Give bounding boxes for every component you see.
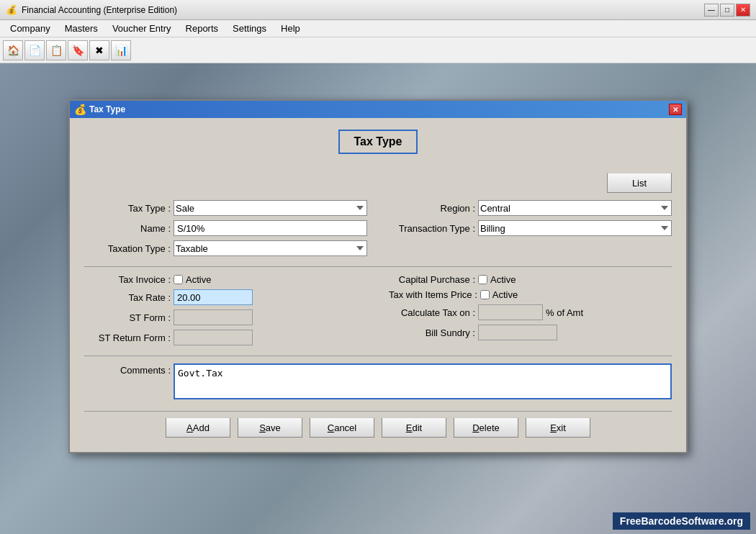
calculate-tax-on-row: Calculate Tax on : % of Amt: [389, 304, 672, 320]
menu-bar: Company Masters Voucher Entry Reports Se…: [0, 20, 756, 37]
tax-with-items-price-label: Tax with Items Price :: [389, 289, 477, 300]
tax-with-items-price-row: Tax with Items Price : Active: [389, 289, 672, 300]
tax-invoice-row: Tax Invoice : Active: [84, 274, 367, 285]
name-label: Name :: [84, 223, 171, 234]
maximize-button[interactable]: □: [720, 4, 734, 17]
menu-voucher-entry[interactable]: Voucher Entry: [105, 22, 179, 35]
calculate-tax-on-label: Calculate Tax on :: [389, 307, 475, 318]
save-underline: S: [259, 422, 266, 433]
toolbar-icon-2[interactable]: 📄: [24, 40, 45, 60]
name-row: Name :: [84, 220, 367, 236]
capital-purchase-checkbox[interactable]: [478, 275, 487, 284]
button-bar: AAdd Save Cancel Edit Delete Exit: [84, 411, 672, 440]
exit-underline: E: [550, 422, 557, 433]
menu-help[interactable]: Help: [274, 22, 307, 35]
bill-sundry-select[interactable]: [478, 325, 557, 340]
capital-purchase-row: Capital Purchase : Active: [389, 274, 672, 285]
add-button[interactable]: AAdd: [166, 417, 230, 438]
taxation-type-label: Taxation Type :: [84, 243, 171, 254]
tax-type-label: Tax Type :: [84, 203, 171, 214]
delete-underline: D: [472, 422, 479, 433]
bill-sundry-label: Bill Sundry :: [389, 327, 475, 338]
pct-label: % of Amt: [546, 307, 583, 318]
save-label: ave: [266, 422, 281, 433]
calculate-tax-on-input[interactable]: [478, 304, 543, 320]
toolbar-icon-3[interactable]: 📋: [46, 40, 66, 60]
transaction-type-select[interactable]: Billing Cash Credit: [478, 220, 672, 236]
separator-2: [84, 356, 672, 356]
app-title: Financial Accounting (Enterprise Edition…: [22, 5, 177, 15]
st-form-select[interactable]: [174, 309, 253, 325]
comments-label: Comments :: [84, 363, 171, 376]
transaction-type-label: Transaction Type :: [389, 223, 475, 234]
add-underline: A: [186, 422, 193, 433]
dialog-overlay: 💰 Tax Type ✕ Tax Type List Tax Type :: [0, 63, 756, 534]
delete-button[interactable]: Delete: [454, 417, 518, 438]
st-return-form-select[interactable]: [174, 330, 253, 345]
tax-with-items-price-checkbox[interactable]: [480, 290, 490, 299]
dialog-title-icon: 💰: [74, 104, 86, 115]
toolbar-icon-6[interactable]: 📊: [111, 40, 131, 60]
st-form-row: ST Form :: [84, 309, 367, 325]
list-button[interactable]: List: [607, 173, 672, 193]
exit-button[interactable]: Exit: [526, 417, 590, 438]
dialog-content: Tax Type List Tax Type : Sale Purchase S…: [70, 118, 686, 452]
taxation-type-row: Taxation Type : Taxable Non-Taxable Exem…: [84, 240, 367, 256]
separator-1: [84, 266, 672, 267]
tax-rate-input[interactable]: [174, 289, 253, 305]
dialog-title-bar: 💰 Tax Type ✕: [70, 101, 686, 118]
capital-purchase-active-label: Active: [490, 274, 516, 285]
capital-purchase-checkbox-row: Active: [478, 274, 516, 285]
dialog-title: Tax Type: [89, 104, 125, 114]
tax-with-items-checkbox-row: Active: [480, 289, 518, 300]
toolbar-icon-1[interactable]: 🏠: [3, 40, 23, 60]
st-return-form-row: ST Return Form :: [84, 330, 367, 345]
menu-masters[interactable]: Masters: [58, 22, 105, 35]
form-fields-top: Tax Type : Sale Purchase Service Name : …: [84, 200, 672, 256]
exit-label: xit: [557, 422, 566, 433]
cancel-label: ancel: [334, 422, 356, 433]
form-title: Tax Type: [338, 130, 418, 154]
comments-textarea[interactable]: Govt.Tax: [174, 363, 672, 399]
region-row: Region : Central North South: [389, 200, 672, 216]
cancel-underline: C: [328, 422, 334, 433]
middle-fields: Tax Invoice : Active Tax Rate : ST Form …: [84, 274, 672, 345]
toolbar-icon-4[interactable]: 🔖: [68, 40, 88, 60]
close-button[interactable]: ✕: [736, 4, 750, 17]
comments-row: Comments : Govt.Tax: [84, 363, 672, 399]
region-select[interactable]: Central North South: [478, 200, 672, 216]
toolbar-icon-5[interactable]: ✖: [89, 40, 109, 60]
tax-rate-row: Tax Rate :: [84, 289, 367, 305]
dialog-close-button[interactable]: ✕: [669, 104, 682, 115]
menu-reports[interactable]: Reports: [179, 22, 226, 35]
tax-type-row: Tax Type : Sale Purchase Service: [84, 200, 367, 216]
capital-purchase-label: Capital Purchase :: [389, 274, 475, 285]
window-controls: — □ ✕: [704, 4, 750, 17]
menu-company[interactable]: Company: [3, 22, 58, 35]
name-input[interactable]: [174, 220, 367, 236]
bill-sundry-row: Bill Sundry :: [389, 325, 672, 340]
tax-with-items-active-label: Active: [492, 289, 518, 300]
minimize-button[interactable]: —: [704, 4, 719, 17]
transaction-type-row: Transaction Type : Billing Cash Credit: [389, 220, 672, 236]
cancel-button[interactable]: Cancel: [310, 417, 374, 438]
tax-invoice-checkbox-row: Active: [174, 274, 211, 285]
tax-type-dialog: 💰 Tax Type ✕ Tax Type List Tax Type :: [68, 99, 688, 453]
tax-invoice-checkbox[interactable]: [174, 275, 183, 284]
tax-rate-label: Tax Rate :: [84, 292, 171, 303]
taxation-type-select[interactable]: Taxable Non-Taxable Exempt: [174, 240, 367, 256]
toolbar: 🏠 📄 📋 🔖 ✖ 📊: [0, 37, 756, 63]
title-bar: 💰 Financial Accounting (Enterprise Editi…: [0, 0, 756, 20]
menu-settings[interactable]: Settings: [225, 22, 274, 35]
edit-button[interactable]: Edit: [382, 417, 446, 438]
add-label: Add: [193, 422, 210, 433]
edit-label: dit: [412, 422, 422, 433]
tax-type-select[interactable]: Sale Purchase Service: [174, 200, 367, 216]
region-label: Region :: [389, 203, 475, 214]
delete-label: elete: [480, 422, 500, 433]
st-form-label: ST Form :: [84, 312, 171, 323]
tax-invoice-label: Tax Invoice :: [84, 274, 171, 285]
tax-invoice-active-label: Active: [186, 274, 211, 285]
st-return-form-label: ST Return Form :: [84, 332, 171, 343]
save-button[interactable]: Save: [238, 417, 302, 438]
